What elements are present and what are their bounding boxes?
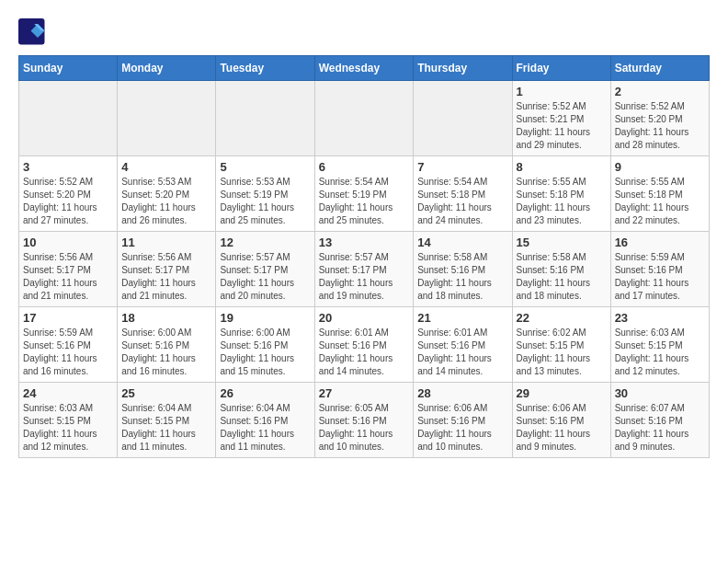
day-cell: 1Sunrise: 5:52 AM Sunset: 5:21 PM Daylig… <box>512 81 610 156</box>
day-number: 8 <box>517 160 607 174</box>
page-header <box>18 18 710 46</box>
day-number: 9 <box>615 160 705 174</box>
column-header-friday: Friday <box>512 56 610 81</box>
day-number: 20 <box>319 311 410 325</box>
day-number: 4 <box>121 160 211 174</box>
day-number: 22 <box>517 311 607 325</box>
day-number: 1 <box>517 85 607 98</box>
day-number: 18 <box>121 311 211 325</box>
day-info: Sunrise: 5:57 AM Sunset: 5:17 PM Dayligh… <box>220 251 310 303</box>
day-info: Sunrise: 5:54 AM Sunset: 5:18 PM Dayligh… <box>417 176 507 227</box>
week-row-1: 1Sunrise: 5:52 AM Sunset: 5:21 PM Daylig… <box>19 81 710 156</box>
day-number: 14 <box>417 236 507 249</box>
column-header-wednesday: Wednesday <box>314 56 414 81</box>
day-number: 7 <box>417 160 507 174</box>
day-number: 28 <box>417 386 507 400</box>
day-info: Sunrise: 6:01 AM Sunset: 5:16 PM Dayligh… <box>319 327 410 378</box>
day-number: 13 <box>319 236 410 249</box>
day-cell <box>314 81 414 156</box>
day-number: 11 <box>121 236 211 249</box>
day-cell: 4Sunrise: 5:53 AM Sunset: 5:20 PM Daylig… <box>118 156 216 232</box>
day-number: 21 <box>417 311 507 325</box>
day-cell: 20Sunrise: 6:01 AM Sunset: 5:16 PM Dayli… <box>314 307 414 383</box>
day-cell: 5Sunrise: 5:53 AM Sunset: 5:19 PM Daylig… <box>216 156 314 232</box>
day-cell: 6Sunrise: 5:54 AM Sunset: 5:19 PM Daylig… <box>314 156 414 232</box>
day-cell: 14Sunrise: 5:58 AM Sunset: 5:16 PM Dayli… <box>414 232 512 307</box>
day-cell: 29Sunrise: 6:06 AM Sunset: 5:16 PM Dayli… <box>512 383 610 458</box>
column-header-monday: Monday <box>118 56 216 81</box>
day-number: 12 <box>220 236 310 249</box>
day-number: 29 <box>517 386 607 400</box>
day-info: Sunrise: 5:52 AM Sunset: 5:20 PM Dayligh… <box>615 100 705 152</box>
day-cell: 15Sunrise: 5:58 AM Sunset: 5:16 PM Dayli… <box>512 232 610 307</box>
day-info: Sunrise: 6:03 AM Sunset: 5:15 PM Dayligh… <box>23 402 113 454</box>
day-info: Sunrise: 5:54 AM Sunset: 5:19 PM Dayligh… <box>319 176 410 227</box>
day-info: Sunrise: 6:04 AM Sunset: 5:16 PM Dayligh… <box>220 402 310 454</box>
column-header-saturday: Saturday <box>610 56 709 81</box>
day-info: Sunrise: 5:58 AM Sunset: 5:16 PM Dayligh… <box>417 251 507 303</box>
day-cell: 11Sunrise: 5:56 AM Sunset: 5:17 PM Dayli… <box>118 232 216 307</box>
day-info: Sunrise: 5:57 AM Sunset: 5:17 PM Dayligh… <box>319 251 410 303</box>
day-number: 26 <box>220 386 310 400</box>
day-number: 25 <box>121 386 211 400</box>
day-cell: 22Sunrise: 6:02 AM Sunset: 5:15 PM Dayli… <box>512 307 610 383</box>
week-row-2: 3Sunrise: 5:52 AM Sunset: 5:20 PM Daylig… <box>19 156 710 232</box>
day-info: Sunrise: 6:02 AM Sunset: 5:15 PM Dayligh… <box>517 327 607 378</box>
day-info: Sunrise: 6:06 AM Sunset: 5:16 PM Dayligh… <box>417 402 507 454</box>
day-info: Sunrise: 5:55 AM Sunset: 5:18 PM Dayligh… <box>615 176 705 227</box>
column-header-sunday: Sunday <box>19 56 118 81</box>
calendar-table: SundayMondayTuesdayWednesdayThursdayFrid… <box>18 55 710 458</box>
week-row-5: 24Sunrise: 6:03 AM Sunset: 5:15 PM Dayli… <box>19 383 710 458</box>
day-cell: 10Sunrise: 5:56 AM Sunset: 5:17 PM Dayli… <box>19 232 118 307</box>
day-info: Sunrise: 5:56 AM Sunset: 5:17 PM Dayligh… <box>121 251 211 303</box>
day-cell: 17Sunrise: 5:59 AM Sunset: 5:16 PM Dayli… <box>19 307 118 383</box>
day-info: Sunrise: 5:53 AM Sunset: 5:20 PM Dayligh… <box>121 176 211 227</box>
day-number: 2 <box>615 85 705 98</box>
logo-icon <box>18 18 46 46</box>
day-cell: 7Sunrise: 5:54 AM Sunset: 5:18 PM Daylig… <box>414 156 512 232</box>
day-cell: 19Sunrise: 6:00 AM Sunset: 5:16 PM Dayli… <box>216 307 314 383</box>
calendar-body: 1Sunrise: 5:52 AM Sunset: 5:21 PM Daylig… <box>19 81 710 458</box>
day-cell: 8Sunrise: 5:55 AM Sunset: 5:18 PM Daylig… <box>512 156 610 232</box>
day-number: 6 <box>319 160 410 174</box>
day-info: Sunrise: 5:52 AM Sunset: 5:20 PM Dayligh… <box>23 176 113 227</box>
header-row: SundayMondayTuesdayWednesdayThursdayFrid… <box>19 56 710 81</box>
day-info: Sunrise: 5:58 AM Sunset: 5:16 PM Dayligh… <box>517 251 607 303</box>
day-info: Sunrise: 6:04 AM Sunset: 5:15 PM Dayligh… <box>121 402 211 454</box>
day-cell: 2Sunrise: 5:52 AM Sunset: 5:20 PM Daylig… <box>610 81 709 156</box>
day-info: Sunrise: 5:53 AM Sunset: 5:19 PM Dayligh… <box>220 176 310 227</box>
day-cell: 3Sunrise: 5:52 AM Sunset: 5:20 PM Daylig… <box>19 156 118 232</box>
day-number: 30 <box>615 386 705 400</box>
day-info: Sunrise: 5:55 AM Sunset: 5:18 PM Dayligh… <box>517 176 607 227</box>
day-cell: 28Sunrise: 6:06 AM Sunset: 5:16 PM Dayli… <box>414 383 512 458</box>
day-cell: 30Sunrise: 6:07 AM Sunset: 5:16 PM Dayli… <box>610 383 709 458</box>
day-cell: 9Sunrise: 5:55 AM Sunset: 5:18 PM Daylig… <box>610 156 709 232</box>
day-cell: 27Sunrise: 6:05 AM Sunset: 5:16 PM Dayli… <box>314 383 414 458</box>
day-cell <box>414 81 512 156</box>
day-cell: 26Sunrise: 6:04 AM Sunset: 5:16 PM Dayli… <box>216 383 314 458</box>
day-info: Sunrise: 6:06 AM Sunset: 5:16 PM Dayligh… <box>517 402 607 454</box>
day-number: 24 <box>23 386 113 400</box>
day-number: 5 <box>220 160 310 174</box>
day-cell: 13Sunrise: 5:57 AM Sunset: 5:17 PM Dayli… <box>314 232 414 307</box>
day-cell <box>19 81 118 156</box>
day-cell: 24Sunrise: 6:03 AM Sunset: 5:15 PM Dayli… <box>19 383 118 458</box>
day-cell: 23Sunrise: 6:03 AM Sunset: 5:15 PM Dayli… <box>610 307 709 383</box>
logo <box>18 18 50 46</box>
day-info: Sunrise: 6:00 AM Sunset: 5:16 PM Dayligh… <box>121 327 211 378</box>
day-number: 17 <box>23 311 113 325</box>
day-cell <box>118 81 216 156</box>
day-cell: 18Sunrise: 6:00 AM Sunset: 5:16 PM Dayli… <box>118 307 216 383</box>
day-info: Sunrise: 6:07 AM Sunset: 5:16 PM Dayligh… <box>615 402 705 454</box>
day-cell: 21Sunrise: 6:01 AM Sunset: 5:16 PM Dayli… <box>414 307 512 383</box>
day-info: Sunrise: 6:05 AM Sunset: 5:16 PM Dayligh… <box>319 402 410 454</box>
column-header-tuesday: Tuesday <box>216 56 314 81</box>
day-cell <box>216 81 314 156</box>
day-cell: 25Sunrise: 6:04 AM Sunset: 5:15 PM Dayli… <box>118 383 216 458</box>
day-number: 23 <box>615 311 705 325</box>
day-number: 10 <box>23 236 113 249</box>
day-cell: 12Sunrise: 5:57 AM Sunset: 5:17 PM Dayli… <box>216 232 314 307</box>
day-info: Sunrise: 5:59 AM Sunset: 5:16 PM Dayligh… <box>23 327 113 378</box>
calendar-header: SundayMondayTuesdayWednesdayThursdayFrid… <box>19 56 710 81</box>
week-row-4: 17Sunrise: 5:59 AM Sunset: 5:16 PM Dayli… <box>19 307 710 383</box>
